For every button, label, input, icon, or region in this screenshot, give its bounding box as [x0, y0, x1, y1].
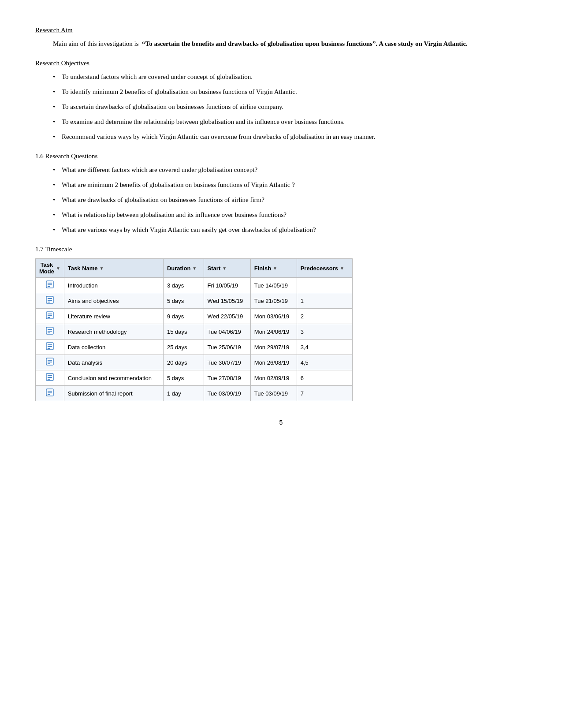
list-item: To examine and determine the relationshi…: [53, 116, 527, 127]
research-aim-paragraph: Main aim of this investigation is “To as…: [35, 38, 527, 49]
col-finish-arrow[interactable]: ▼: [273, 266, 277, 271]
table-row: Submission of final report1 dayTue 03/09…: [36, 386, 353, 401]
svg-rect-26: [48, 377, 52, 378]
task-mode-icon: [46, 280, 54, 288]
table-header-row: TaskMode ▼ Task Name ▼ Duration ▼: [36, 259, 353, 278]
timescale-section: 1.7 Timescale TaskMode ▼ Task Name ▼: [35, 246, 527, 401]
svg-rect-14: [48, 331, 52, 332]
intro-text-before-bold: Main aim of this investigation is “To as…: [53, 40, 468, 47]
task-mode-cell: [36, 278, 64, 293]
col-start-arrow[interactable]: ▼: [222, 266, 227, 271]
start-cell: Wed 15/05/19: [204, 293, 250, 309]
col-duration[interactable]: Duration ▼: [163, 259, 204, 278]
predecessors-cell: [297, 278, 352, 293]
col-predecessors-arrow[interactable]: ▼: [340, 266, 344, 271]
research-aim-heading: Research Aim: [35, 26, 73, 34]
finish-cell: Tue 21/05/19: [250, 293, 297, 309]
col-task-mode[interactable]: TaskMode ▼: [36, 259, 64, 278]
table-row: Data analysis20 daysTue 30/07/19Mon 26/0…: [36, 355, 353, 370]
col-finish[interactable]: Finish ▼: [250, 259, 297, 278]
finish-cell: Tue 14/05/19: [250, 278, 297, 293]
svg-rect-5: [48, 298, 52, 299]
task-mode-icon: [46, 327, 54, 335]
svg-rect-15: [48, 332, 50, 333]
start-cell: Tue 03/09/19: [204, 386, 250, 401]
duration-cell: 3 days: [163, 278, 204, 293]
timescale-heading: 1.7 Timescale: [35, 246, 72, 253]
svg-rect-11: [48, 317, 50, 318]
task-mode-icon: [46, 358, 54, 366]
timescale-table: TaskMode ▼ Task Name ▼ Duration ▼: [35, 258, 353, 401]
svg-rect-18: [48, 346, 52, 347]
finish-cell: Mon 02/09/19: [250, 370, 297, 386]
predecessors-cell: 7: [297, 386, 352, 401]
table-row: Aims and objectives5 daysWed 15/05/19Tue…: [36, 293, 353, 309]
task-mode-cell: [36, 355, 64, 370]
col-start[interactable]: Start ▼: [204, 259, 250, 278]
start-cell: Tue 30/07/19: [204, 355, 250, 370]
task-mode-icon: [46, 388, 54, 396]
svg-rect-23: [48, 363, 50, 364]
start-cell: Tue 04/06/19: [204, 324, 250, 340]
duration-cell: 5 days: [163, 370, 204, 386]
col-task-mode-arrow[interactable]: ▼: [56, 266, 60, 271]
start-cell: Tue 27/08/19: [204, 370, 250, 386]
task-name-cell: Conclusion and recommendation: [64, 370, 163, 386]
duration-cell: 9 days: [163, 309, 204, 324]
svg-rect-30: [48, 392, 52, 393]
predecessors-cell: 3,4: [297, 340, 352, 355]
task-name-cell: Data analysis: [64, 355, 163, 370]
svg-rect-13: [48, 329, 52, 330]
col-predecessors-label: Predecessors: [301, 265, 338, 272]
task-name-cell: Aims and objectives: [64, 293, 163, 309]
task-name-cell: Literature review: [64, 309, 163, 324]
duration-cell: 15 days: [163, 324, 204, 340]
task-mode-cell: [36, 309, 64, 324]
task-mode-icon: [46, 311, 54, 319]
table-row: Data collection25 daysTue 25/06/19Mon 29…: [36, 340, 353, 355]
duration-cell: 20 days: [163, 355, 204, 370]
list-item: What are different factors which are cov…: [53, 164, 527, 175]
predecessors-cell: 6: [297, 370, 352, 386]
predecessors-cell: 1: [297, 293, 352, 309]
task-mode-icon: [46, 373, 54, 381]
task-name-cell: Introduction: [64, 278, 163, 293]
svg-rect-6: [48, 300, 52, 301]
svg-rect-1: [48, 283, 52, 284]
svg-rect-25: [48, 375, 52, 376]
research-questions-list: What are different factors which are cov…: [53, 164, 527, 235]
col-task-name-arrow[interactable]: ▼: [100, 266, 104, 271]
duration-cell: 1 day: [163, 386, 204, 401]
col-predecessors[interactable]: Predecessors ▼: [297, 259, 352, 278]
predecessors-cell: 3: [297, 324, 352, 340]
task-name-cell: Data collection: [64, 340, 163, 355]
svg-rect-29: [48, 391, 52, 392]
page-number-value: 5: [279, 419, 283, 426]
research-aim-section: Research Aim Main aim of this investigat…: [35, 26, 527, 49]
finish-cell: Mon 24/06/19: [250, 324, 297, 340]
start-cell: Fri 10/05/19: [204, 278, 250, 293]
research-questions-section: 1.6 Research Questions What are differen…: [35, 153, 527, 235]
col-duration-arrow[interactable]: ▼: [192, 266, 197, 271]
task-mode-cell: [36, 293, 64, 309]
finish-cell: Tue 03/09/19: [250, 386, 297, 401]
task-name-cell: Research methodology: [64, 324, 163, 340]
col-duration-label: Duration: [167, 265, 190, 272]
list-item: What are various ways by which Virgin At…: [53, 224, 527, 235]
list-item: To understand factors which are covered …: [53, 71, 527, 82]
svg-rect-22: [48, 362, 52, 362]
predecessors-cell: 4,5: [297, 355, 352, 370]
svg-rect-19: [48, 348, 50, 349]
task-mode-icon: [46, 342, 54, 350]
start-cell: Wed 22/05/19: [204, 309, 250, 324]
col-start-label: Start: [208, 265, 221, 272]
page-number: 5: [35, 419, 527, 426]
table-row: Introduction3 daysFri 10/05/19Tue 14/05/…: [36, 278, 353, 293]
research-objectives-list: To understand factors which are covered …: [53, 71, 527, 142]
task-name-cell: Submission of final report: [64, 386, 163, 401]
intro-bold-text: “To ascertain the benefits and drawbacks…: [142, 40, 468, 47]
col-task-name[interactable]: Task Name ▼: [64, 259, 163, 278]
duration-cell: 25 days: [163, 340, 204, 355]
list-item: To identify minimum 2 benefits of global…: [53, 86, 527, 97]
svg-rect-27: [48, 379, 50, 380]
